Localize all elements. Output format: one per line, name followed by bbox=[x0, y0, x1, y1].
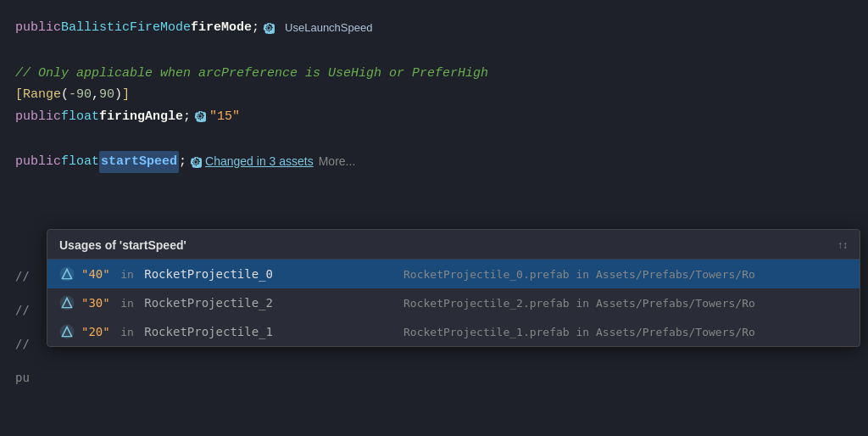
row-main-0: "40" in RocketProjectile_0 bbox=[81, 267, 403, 281]
empty-line-2 bbox=[15, 127, 868, 151]
row-in-1: in bbox=[120, 297, 134, 310]
keyword-public-5: public bbox=[15, 151, 61, 173]
row-path-1: RocketProjectile_2.prefab in Assets/Pref… bbox=[403, 297, 755, 310]
side-comment-4: pu bbox=[15, 361, 30, 394]
row-value-0: "40" bbox=[81, 267, 110, 281]
keyword-public-4: public bbox=[15, 106, 61, 128]
popup-title: Usages of 'startSpeed' bbox=[59, 238, 186, 252]
range-keyword: Range bbox=[23, 84, 61, 106]
side-comments: // // // pu bbox=[15, 259, 30, 394]
type-ballistic: BallisticFireMode bbox=[61, 17, 191, 39]
code-line-5: public float startSpeed ; Changed in 3 a… bbox=[15, 151, 868, 173]
type-float-4: float bbox=[61, 106, 99, 128]
identifier-startspeed: startSpeed bbox=[99, 151, 179, 173]
popup-header: Usages of 'startSpeed' ↑↕ bbox=[47, 230, 860, 260]
row-value-1: "30" bbox=[81, 296, 110, 310]
gear-icon-5 bbox=[190, 156, 202, 168]
unity-icon-2 bbox=[59, 324, 75, 339]
code-line-4: public float firingAngle ; "15" bbox=[15, 106, 868, 128]
code-line-1: public BallisticFireMode fireMode ; UseL… bbox=[15, 17, 868, 39]
range-comma: , bbox=[92, 84, 99, 106]
attr-15: "15" bbox=[209, 106, 240, 128]
attr-uselaunshspeed: UseLaunchSpeed bbox=[285, 19, 372, 37]
row-in-0: in bbox=[120, 268, 134, 281]
usages-popup: Usages of 'startSpeed' ↑↕ "40" in Rocket… bbox=[47, 229, 860, 347]
changed-in-assets-link[interactable]: Changed in 3 assets bbox=[205, 152, 314, 172]
side-comment-2: // bbox=[15, 293, 30, 327]
side-comment-1: // bbox=[15, 259, 30, 293]
usage-row-1[interactable]: "30" in RocketProjectile_2 RocketProject… bbox=[47, 288, 860, 317]
row-classname-1: RocketProjectile_2 bbox=[144, 296, 273, 310]
gear-icon-1 bbox=[263, 22, 275, 34]
more-link[interactable]: More... bbox=[319, 152, 356, 172]
row-in-2: in bbox=[120, 326, 134, 338]
bracket-open: [ bbox=[15, 84, 23, 106]
comment-text: // Only applicable when arcPreference is… bbox=[15, 63, 488, 85]
keyword-public: public bbox=[15, 17, 61, 39]
punct-semi-5: ; bbox=[179, 151, 186, 173]
code-editor: public BallisticFireMode fireMode ; UseL… bbox=[0, 0, 868, 173]
code-line-range: [ Range ( -90 , 90 ) ] bbox=[15, 84, 868, 106]
row-classname-2: RocketProjectile_1 bbox=[144, 325, 273, 338]
identifier-firingangle: firingAngle bbox=[99, 106, 183, 128]
row-value-2: "20" bbox=[81, 325, 110, 338]
row-main-2: "20" in RocketProjectile_1 bbox=[81, 325, 403, 338]
gear-icon-4 bbox=[194, 110, 206, 122]
range-num2: 90 bbox=[99, 84, 114, 106]
range-paren-close: ) bbox=[114, 84, 122, 106]
unity-icon-1 bbox=[59, 295, 75, 310]
code-line-comment: // Only applicable when arcPreference is… bbox=[15, 63, 868, 85]
range-paren-open: ( bbox=[61, 84, 69, 106]
row-path-2: RocketProjectile_1.prefab in Assets/Pref… bbox=[403, 326, 755, 338]
bracket-close: ] bbox=[122, 84, 130, 106]
empty-line-1 bbox=[15, 39, 868, 63]
range-num1: -90 bbox=[69, 84, 92, 106]
unity-icon-0 bbox=[59, 266, 75, 282]
punct-semi1: ; bbox=[252, 17, 259, 39]
row-main-1: "30" in RocketProjectile_2 bbox=[81, 296, 403, 310]
side-comment-3: // bbox=[15, 327, 30, 361]
identifier-firemode: fireMode bbox=[191, 17, 252, 39]
row-path-0: RocketProjectile_0.prefab in Assets/Pref… bbox=[403, 268, 755, 281]
sort-icon[interactable]: ↑↕ bbox=[837, 239, 848, 251]
punct-semi-4: ; bbox=[183, 106, 191, 128]
usage-row-2[interactable]: "20" in RocketProjectile_1 RocketProject… bbox=[47, 317, 860, 346]
usage-row-0[interactable]: "40" in RocketProjectile_0 RocketProject… bbox=[47, 260, 860, 288]
row-classname-0: RocketProjectile_0 bbox=[144, 267, 273, 281]
type-float-5: float bbox=[61, 151, 99, 173]
